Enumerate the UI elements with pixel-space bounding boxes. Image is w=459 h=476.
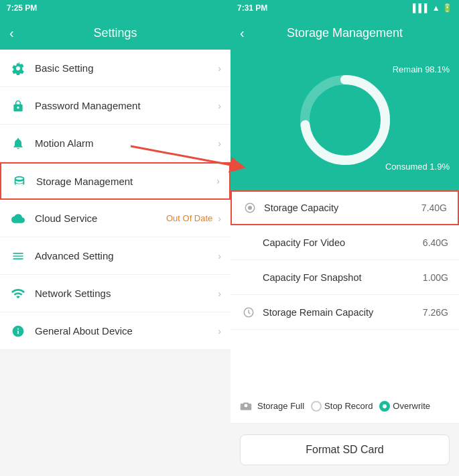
- motion-alarm-label: Motion Alarm: [35, 137, 218, 149]
- status-bar-right: 7:31 PM ▌▌▌ ▲ 🔋: [231, 0, 459, 16]
- menu-item-advanced-setting[interactable]: Advanced Setting ›: [0, 237, 231, 275]
- storage-row-storage-capacity: Storage Capacity 7.40G: [231, 190, 459, 225]
- page-title-right: Storage Management: [287, 26, 403, 40]
- remain-label: Remain 98.1%: [393, 64, 450, 74]
- cloud-service-icon: [9, 210, 27, 227]
- basic-setting-chevron: ›: [218, 63, 221, 74]
- password-management-label: Password Management: [35, 100, 218, 111]
- menu-item-basic-setting[interactable]: Basic Setting ›: [0, 50, 231, 87]
- radio-item-stop-record[interactable]: Stop Record: [311, 401, 373, 412]
- storage-management-chevron: ›: [216, 176, 220, 186]
- storage-management-icon: [11, 172, 28, 190]
- motion-alarm-chevron: ›: [218, 138, 221, 149]
- radio-circle-overwrite[interactable]: [379, 401, 390, 412]
- time-left: 7:25 PM: [7, 3, 37, 13]
- capacity-for-video-icon: [241, 235, 256, 250]
- radio-item-overwrite[interactable]: Overwrite: [379, 401, 430, 412]
- header-right: ‹ Storage Management: [231, 16, 459, 50]
- storage-remain-capacity-icon: [241, 305, 256, 320]
- camera-icon: [240, 400, 253, 413]
- storage-capacity-icon: [243, 200, 257, 215]
- advanced-setting-label: Advanced Setting: [35, 250, 218, 261]
- network-settings-label: Network Settings: [35, 288, 218, 299]
- back-button-left[interactable]: ‹: [9, 25, 14, 41]
- svg-point-3: [249, 206, 252, 210]
- cloud-service-label: Cloud Service: [35, 213, 166, 224]
- network-settings-icon: [9, 285, 27, 302]
- radio-row: Storage Full Stop Record Overwrite: [231, 389, 459, 424]
- radio-circle-stop-record[interactable]: [311, 401, 322, 412]
- basic-setting-label: Basic Setting: [35, 62, 218, 74]
- storage-capacity-value: 7.40G: [421, 202, 447, 213]
- storage-capacity-label: Storage Capacity: [264, 202, 421, 213]
- advanced-setting-icon: [9, 247, 27, 265]
- time-right: 7:31 PM: [237, 3, 267, 13]
- password-management-chevron: ›: [218, 101, 221, 111]
- capacity-for-video-value: 6.40G: [423, 237, 448, 248]
- menu-item-cloud-service[interactable]: Cloud Service Out Of Date ›: [0, 200, 231, 237]
- cloud-service-badge: Out Of Date: [166, 213, 212, 223]
- storage-row-capacity-for-video: Capacity For Video 6.40G: [231, 225, 459, 260]
- capacity-for-snapshot-icon: [241, 270, 256, 285]
- motion-alarm-icon: [9, 135, 27, 152]
- consumed-label: Consumed 1.9%: [385, 162, 450, 172]
- menu-item-general-about-device[interactable]: General About Device ›: [0, 312, 231, 350]
- storage-info: Storage Capacity 7.40G Capacity For Vide…: [231, 190, 459, 389]
- radio-label-stop-record: Stop Record: [324, 401, 373, 411]
- storage-management-label: Storage Management: [36, 176, 216, 187]
- password-management-icon: [9, 97, 27, 115]
- format-btn-container: Format SD Card: [231, 424, 459, 476]
- storage-row-capacity-for-snapshot: Capacity For Snapshot 1.00G: [231, 260, 459, 295]
- general-about-device-chevron: ›: [218, 326, 221, 337]
- page-title-left: Settings: [93, 26, 137, 40]
- capacity-for-video-label: Capacity For Video: [263, 237, 423, 248]
- menu-item-password-management[interactable]: Password Management ›: [0, 87, 231, 125]
- capacity-for-snapshot-value: 1.00G: [423, 272, 448, 283]
- header-left: ‹ Settings: [0, 16, 231, 50]
- radio-label-overwrite: Overwrite: [393, 401, 430, 411]
- status-bar-left: 7:25 PM: [0, 0, 231, 16]
- general-about-device-icon: [9, 322, 27, 340]
- storage-remain-capacity-label: Storage Remain Capacity: [263, 307, 423, 318]
- capacity-for-snapshot-label: Capacity For Snapshot: [263, 272, 423, 283]
- donut-labels: Remain 98.1% Consumed 1.9%: [231, 50, 459, 190]
- donut-area: Remain 98.1% Consumed 1.9%: [231, 50, 459, 190]
- menu-list: Basic Setting › Password Management › Mo…: [0, 50, 231, 476]
- general-about-device-label: General About Device: [35, 325, 218, 337]
- storage-remain-capacity-value: 7.26G: [423, 307, 448, 318]
- storage-full-label: Storage Full: [257, 401, 304, 411]
- right-panel: 7:31 PM ▌▌▌ ▲ 🔋 ‹ Storage Management Rem…: [231, 0, 459, 476]
- menu-item-network-settings[interactable]: Network Settings ›: [0, 275, 231, 312]
- menu-item-storage-management[interactable]: Storage Management ›: [0, 162, 231, 200]
- back-button-right[interactable]: ‹: [240, 25, 245, 41]
- cloud-service-chevron: ›: [218, 213, 221, 224]
- status-icons-right: ▌▌▌ ▲ 🔋: [413, 3, 452, 13]
- network-settings-chevron: ›: [218, 288, 221, 299]
- left-panel: 7:25 PM ‹ Settings Basic Setting › Passw…: [0, 0, 231, 476]
- format-sd-card-button[interactable]: Format SD Card: [240, 434, 450, 465]
- menu-item-motion-alarm[interactable]: Motion Alarm ›: [0, 125, 231, 162]
- storage-row-storage-remain-capacity: Storage Remain Capacity 7.26G: [231, 295, 459, 330]
- basic-setting-icon: [9, 60, 27, 77]
- advanced-setting-chevron: ›: [218, 251, 221, 261]
